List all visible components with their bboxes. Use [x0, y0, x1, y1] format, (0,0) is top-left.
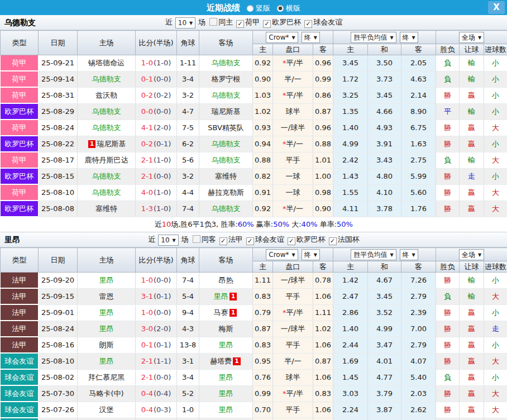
away-odds: 0.87 — [313, 103, 333, 120]
league-checkbox[interactable]: ✓法国杯 — [327, 235, 360, 244]
home-team-name: 里昂 — [78, 304, 136, 321]
league-checkbox[interactable]: ✓球会友谊 — [302, 18, 342, 26]
avg-type-value: 胜平负均值 — [353, 251, 387, 259]
wdl-result: 平 — [436, 103, 460, 120]
handicap-result: 贏 — [460, 201, 484, 217]
home-team-name-text: 汉堡 — [99, 405, 114, 414]
wdl-result: 勝 — [436, 168, 460, 184]
league-checkbox[interactable]: ✓荷甲 — [234, 18, 260, 26]
away-team-name: 乌德勒支 — [199, 55, 253, 71]
home-team-name-text: 乌德勒支 — [92, 123, 121, 132]
home-team-name: 锡塔德命运 — [78, 55, 136, 71]
match-type-badge: 法甲 — [1, 337, 39, 353]
halftime-score: (0-3) — [154, 405, 171, 414]
recent-count-select[interactable]: 10 — [158, 235, 178, 246]
period-select[interactable]: 全场 — [459, 249, 484, 260]
avg-time-select[interactable]: 终 — [400, 249, 418, 260]
away-team-name-text: 里昂 — [214, 292, 228, 300]
goals-result: 大 — [484, 152, 507, 168]
same-side-checkbox[interactable]: 同客 — [190, 235, 216, 244]
goals-result: 小 — [484, 87, 507, 103]
odds-time-select[interactable]: 终 — [302, 32, 320, 43]
avg-time-select[interactable]: 终 — [400, 32, 418, 43]
home-team-name: 里昂(中) — [78, 418, 136, 420]
avg-time-value: 终 — [403, 251, 409, 259]
away-team-name: 乌德勒支 — [199, 136, 253, 152]
team-section-header: 乌德勒支 近10场同主✓荷甲✓欧罗巴杯✓球会友谊 — [0, 15, 507, 30]
recent-count-select[interactable]: 10 — [175, 17, 195, 28]
avg-draw-odds: 3.50 — [368, 55, 401, 71]
home-odds: 0.83 — [253, 288, 273, 304]
handicap-result: 輸 — [460, 288, 484, 304]
checkbox-checked-icon: ✓ — [329, 237, 337, 245]
match-date: 25-07-26 — [39, 402, 78, 418]
avg-type-select[interactable]: 胜平负均值 — [351, 32, 396, 43]
match-type-badge: 球会友谊 — [1, 385, 39, 402]
wdl-result: 勝 — [436, 120, 460, 136]
match-type-badge: 欧罗巴杯 — [1, 136, 39, 152]
col-header-odds-away: 客 — [313, 261, 333, 273]
checkbox-checked-icon: ✓ — [246, 237, 254, 245]
col-header-avg-draw: 和 — [368, 261, 401, 273]
match-row: 欧罗巴杯25-08-29乌德勒支0-0(0-0)4-7瑞尼斯基1.02球半0.8… — [1, 103, 507, 120]
match-date: 25-08-22 — [39, 136, 78, 152]
away-odds: 0.83 — [313, 385, 333, 402]
goals-result: 小 — [484, 369, 507, 385]
period-select[interactable]: 全场 — [459, 32, 484, 43]
handicap-line: 平手 — [273, 402, 313, 418]
home-team-name: 马略卡(中) — [78, 385, 136, 402]
odds-company-select[interactable]: Crow* — [266, 32, 298, 43]
avg-away-odds: 2.62 — [401, 402, 436, 418]
home-odds: 0.90 — [253, 71, 273, 87]
col-header-score: 比分(半场) — [136, 31, 177, 55]
summary-segment: 10 — [162, 220, 171, 228]
away-odds: 1.11 — [313, 304, 333, 321]
odds-time-select[interactable]: 终 — [302, 249, 320, 260]
team-name: 里昂 — [4, 232, 20, 247]
handicap-line: 一球 — [273, 168, 313, 184]
match-date: 25-08-02 — [39, 369, 78, 385]
summary-segment: 单率: — [318, 220, 337, 228]
avg-type-select[interactable]: 胜平负均值 — [351, 249, 396, 260]
avg-group-header: 胜平负均值终 — [333, 248, 436, 261]
odds-company-value: Crow* — [269, 251, 289, 259]
match-date: 25-09-21 — [39, 55, 78, 71]
match-date: 25-09-01 — [39, 304, 78, 321]
halftime-score: (0-1) — [154, 341, 171, 349]
wdl-result: 勝 — [436, 304, 460, 321]
col-header-wdl: 胜负 — [436, 261, 460, 273]
home-odds: 1.02 — [253, 103, 273, 120]
home-team-name: 里昂 — [78, 273, 136, 289]
checkbox-unchecked-icon — [209, 18, 217, 26]
league-checkbox[interactable]: ✓球会友谊 — [244, 235, 284, 244]
avg-home-odds: 2.86 — [333, 304, 368, 321]
odds-company-select[interactable]: Crow* — [266, 249, 298, 260]
wdl-result: 負 — [436, 369, 460, 385]
checkbox-unchecked-icon — [193, 235, 200, 243]
close-button[interactable]: X — [488, 1, 505, 14]
league-checkbox[interactable]: ✓法甲 — [217, 235, 243, 244]
league-checkbox-label: 球会友谊 — [255, 235, 284, 244]
handicap-result: 輸 — [460, 55, 484, 71]
avg-draw-odds: 4.77 — [368, 369, 401, 385]
match-row: 球会友谊25-08-10里昂2-1(1-1)3-1赫塔费10.95半/一0.87… — [1, 353, 507, 369]
result-group-header: 全场 — [436, 248, 507, 261]
match-type-badge: 法甲 — [1, 321, 39, 337]
corner-count: 7-4 — [177, 273, 199, 289]
early-change-star: * — [283, 204, 286, 213]
match-date: 25-09-14 — [39, 71, 78, 87]
away-team-name: 昂热 — [199, 273, 253, 289]
fulltime-score: 3-0 — [141, 324, 153, 333]
layout-radio-horizontal[interactable]: 横版 — [277, 4, 300, 12]
league-checkbox[interactable]: ✓欧罗巴杯 — [261, 18, 301, 26]
match-score: 2-1(1-1) — [136, 353, 177, 369]
match-row: 法甲25-09-20里昂1-0(0-0)7-4昂热1.11一/球半0.781.4… — [1, 273, 507, 289]
same-side-checkbox[interactable]: 同主 — [207, 18, 233, 26]
avg-home-odds: 1.43 — [333, 168, 368, 184]
radio-label: 横版 — [286, 4, 300, 12]
avg-group-header: 胜平负均值终 — [333, 31, 436, 44]
layout-radio-vertical[interactable]: 竖版 — [247, 4, 270, 12]
league-checkbox[interactable]: ✓欧罗巴杯 — [285, 235, 326, 244]
away-team-name: SBV精英队 — [199, 120, 253, 136]
home-odds: 0.83 — [253, 337, 273, 353]
